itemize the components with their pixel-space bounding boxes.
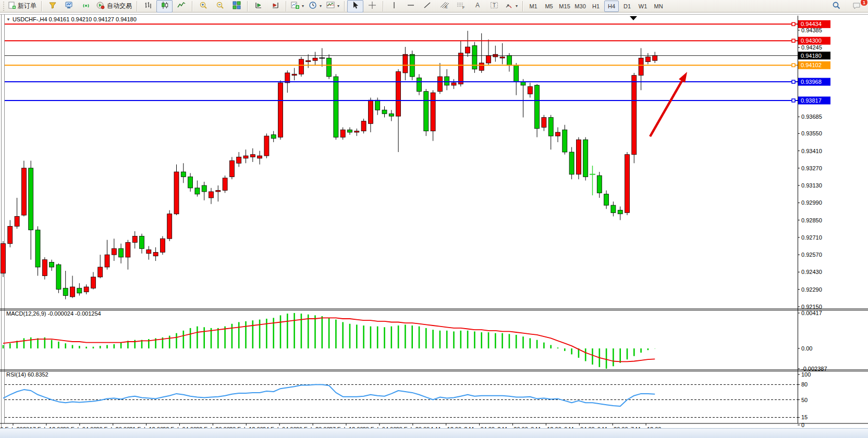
dropdown-arrow-icon: ▾ <box>516 4 518 8</box>
svg-text:100: 100 <box>801 371 811 378</box>
chart-title[interactable]: ▼USDCHF-,H4 0.94161 0.94210 0.94127 0.94… <box>6 16 137 22</box>
svg-text:E: E <box>445 5 448 9</box>
timeframe-button-h4[interactable]: H4 <box>604 1 619 12</box>
tile-windows-button[interactable] <box>228 0 244 12</box>
svg-text:0.00417: 0.00417 <box>801 310 822 316</box>
zoom-out-icon <box>216 1 224 11</box>
zoom-in-button[interactable] <box>195 0 211 12</box>
fibonacci-grid-button[interactable]: F <box>453 0 469 12</box>
svg-text:50: 50 <box>801 397 808 403</box>
macd-values: -0.000024 -0.001254 <box>47 310 101 317</box>
arrow-shapes-button[interactable]: ▾ <box>503 0 520 12</box>
toolbar-separator <box>137 1 137 11</box>
chart-shift-button[interactable] <box>267 0 283 12</box>
horizontal-line-button[interactable] <box>402 0 419 12</box>
search-icon <box>832 1 841 11</box>
shapes-icon <box>505 1 513 11</box>
fibo-grid-icon: F <box>456 1 466 11</box>
toolbar-separator <box>247 1 248 11</box>
timeframe-button-m30[interactable]: M30 <box>573 1 588 12</box>
toolbar-grip[interactable] <box>2 2 5 11</box>
text-icon: A <box>474 1 481 11</box>
bar-chart-button[interactable] <box>140 0 156 12</box>
timeframe-button-m1[interactable]: M1 <box>526 1 541 12</box>
notifications-button[interactable]: 1 <box>849 0 865 12</box>
auto-scroll-button[interactable] <box>250 0 266 12</box>
macd-label: MACD(12,26,9) -0.000024 -0.001254 <box>6 310 101 317</box>
svg-text:0.93410: 0.93410 <box>801 148 822 154</box>
vline-icon <box>390 1 398 11</box>
cursor-icon <box>351 1 360 11</box>
svg-text:15: 15 <box>801 414 808 420</box>
svg-text:0.92710: 0.92710 <box>801 234 822 241</box>
timeframe-button-d1[interactable]: D1 <box>620 1 634 12</box>
timeframe-button-w1[interactable]: W1 <box>635 1 650 12</box>
svg-text:F: F <box>462 6 464 9</box>
zoom-out-button[interactable] <box>212 0 228 12</box>
timeframe-button-m15[interactable]: M15 <box>557 1 572 12</box>
svg-text:0.94102: 0.94102 <box>801 62 822 68</box>
cursor-button[interactable] <box>347 0 363 12</box>
toolbar-separator <box>286 1 286 11</box>
svg-text:80: 80 <box>801 381 808 387</box>
templates-button[interactable]: ▾ <box>324 0 341 12</box>
auto-trading-label: 自动交易 <box>107 2 132 10</box>
svg-text:0.92850: 0.92850 <box>801 217 822 223</box>
svg-text:0: 0 <box>801 422 804 428</box>
timeframe-button-h1[interactable]: H1 <box>589 1 603 12</box>
trendline-button[interactable] <box>419 0 435 12</box>
text-button[interactable]: A <box>469 0 485 12</box>
signal-icon <box>82 1 90 11</box>
vertical-line-button[interactable] <box>386 0 402 12</box>
trendline-icon <box>423 1 432 11</box>
rsi-name: RSI(14) <box>6 371 26 378</box>
indicators-button[interactable]: ▾ <box>289 0 306 12</box>
svg-text:0.93550: 0.93550 <box>801 130 822 136</box>
auto-trading-button[interactable]: 自动交易 <box>94 0 134 12</box>
notification-badge: 1 <box>860 0 868 6</box>
fibonacci-button[interactable]: E <box>436 0 452 12</box>
new-order-button[interactable]: 新订单 <box>6 0 39 12</box>
svg-text:0.92150: 0.92150 <box>801 304 822 310</box>
tile-windows-icon <box>233 1 241 11</box>
market-watch-button[interactable] <box>44 0 60 12</box>
text-label-button[interactable]: T <box>486 0 502 12</box>
rsi-label: RSI(14) 60.8352 <box>6 371 48 378</box>
svg-text:0.00: 0.00 <box>801 345 812 352</box>
search-button[interactable] <box>828 0 845 12</box>
candlestick-chart-button[interactable] <box>156 0 173 12</box>
label-icon: T <box>490 1 498 11</box>
line-chart-button[interactable] <box>173 0 189 12</box>
svg-text:0.94434: 0.94434 <box>801 21 822 27</box>
svg-text:0.93968: 0.93968 <box>801 79 822 85</box>
svg-text:0.92290: 0.92290 <box>801 286 822 293</box>
dropdown-arrow-icon: ▾ <box>337 4 339 8</box>
svg-text:0.94180: 0.94180 <box>801 53 822 59</box>
signals-button[interactable] <box>78 0 94 12</box>
bar-chart-icon <box>144 1 152 11</box>
timeframe-button-mn[interactable]: MN <box>651 1 666 12</box>
fibo-icon: E <box>439 1 449 11</box>
new-order-label: 新订单 <box>18 2 36 10</box>
svg-text:0.92990: 0.92990 <box>801 199 822 206</box>
toolbar-separator <box>344 1 345 11</box>
rsi-value: 60.8352 <box>28 371 48 378</box>
toolbar-separator <box>41 1 42 11</box>
chevron-down-icon: ▼ <box>6 17 10 22</box>
new-order-icon <box>8 2 16 10</box>
chart-canvas[interactable]: 0.943850.942450.936850.935500.934100.932… <box>0 0 868 438</box>
terminal-button[interactable] <box>61 0 77 12</box>
status-bar <box>0 428 868 438</box>
toolbar-separator <box>522 1 523 11</box>
macd-name: MACD(12,26,9) <box>6 310 46 317</box>
crosshair-button[interactable] <box>364 0 380 12</box>
svg-text:0.94245: 0.94245 <box>801 44 822 51</box>
svg-text:0.93817: 0.93817 <box>801 97 822 104</box>
mt4-window: 新订单 自动交易 <box>0 0 868 438</box>
hline-icon <box>407 2 415 10</box>
periods-button[interactable]: ▾ <box>307 0 324 12</box>
timeframe-button-m5[interactable]: M5 <box>542 1 556 12</box>
zoom-in-icon <box>199 1 207 11</box>
svg-text:0.92430: 0.92430 <box>801 269 822 275</box>
svg-text:T: T <box>493 3 496 8</box>
